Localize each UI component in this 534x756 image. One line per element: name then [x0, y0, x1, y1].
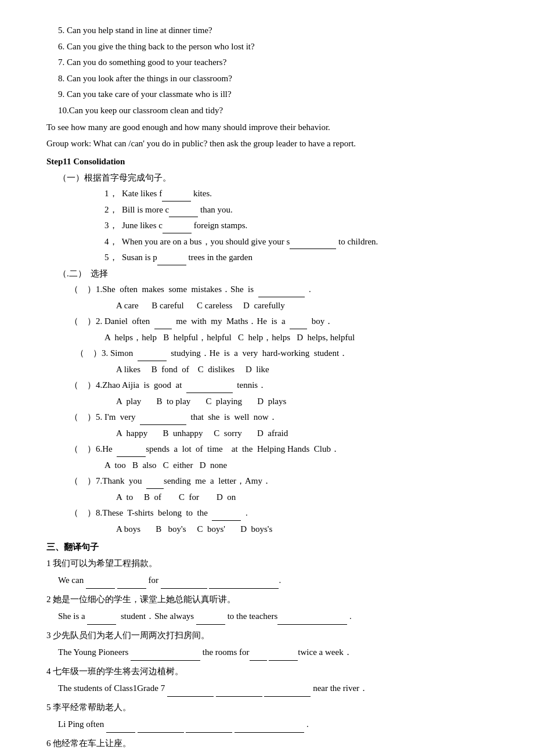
part1-item3: 3， June likes c foreign stamps.: [46, 218, 488, 233]
question-9: 9. Can you take care of your classmate w…: [46, 87, 488, 102]
mc-item-8-choices: A boys B boy's C boys' D boys's: [46, 522, 488, 537]
question-5: 5. Can you help stand in line at dinner …: [46, 23, 488, 38]
mc-item-2-stem: （ ）2. Daniel often me with my Maths．He i…: [46, 314, 488, 329]
mc-item-4-stem: （ ）4.Zhao Aijia is good at tennis．: [46, 378, 488, 393]
instruction-line1: To see how many are good enough and how …: [46, 120, 488, 135]
translation-4: 4 七年级一班的学生将去河边植树。 The students of Class1…: [46, 664, 488, 697]
part3-title: 三、翻译句子: [46, 540, 488, 555]
trans2-en: She is a student．She always to the teach…: [46, 608, 488, 625]
part2: （.二） 选择 （ ）1.She often makes some mistak…: [46, 267, 488, 537]
part1-item2: 2， Bill is more c than you.: [46, 203, 488, 218]
question-10: 10.Can you keep our classroom clean and …: [46, 103, 488, 118]
mc-item-7-choices: A to B of C for D on: [46, 490, 488, 505]
instruction-line2: Group work: What can /can' you do in pub…: [46, 136, 488, 152]
mc-item-5-choices: A happy B unhappy C sorry D afraid: [46, 426, 488, 441]
step11-title: Step11 Consolidation: [46, 154, 488, 170]
mc-item-1-stem: （ ）1.She often makes some mistakes．She i…: [46, 282, 488, 297]
translation-1: 1 我们可以为希望工程捐款。 We can for .: [46, 556, 488, 589]
trans5-zh: 5 李平经常帮助老人。: [46, 700, 488, 715]
mc-item-1-choices: A care B careful C careless D carefully: [46, 298, 488, 314]
trans2-zh: 2 她是一位细心的学生，课堂上她总能认真听讲。: [46, 592, 488, 607]
translation-2: 2 她是一位细心的学生，课堂上她总能认真听讲。 She is a student…: [46, 592, 488, 625]
translation-5: 5 李平经常帮助老人。 Li Ping often .: [46, 700, 488, 733]
mc-item-6-choices: A too B also C either D none: [46, 458, 488, 473]
mc-item-6-stem: （ ）6.He spends a lot of time at the Help…: [46, 442, 488, 457]
page-content: 5. Can you help stand in line at dinner …: [46, 23, 488, 756]
questions-section: 5. Can you help stand in line at dinner …: [46, 23, 488, 118]
part1-item4: 4， When you are on a bus，you should give…: [46, 235, 488, 250]
mc-item-3-stem: （ ）3. Simon studying．He is a very hard-w…: [46, 346, 488, 361]
question-7: 7. Can you do something good to your tea…: [46, 55, 488, 70]
part1: （一）根据首字母完成句子。 1， Kate likes f kites. 2， …: [46, 171, 488, 265]
trans1-en: We can for .: [46, 572, 488, 589]
trans3-zh: 3 少先队员们为老人们一周两次打扫房间。: [46, 628, 488, 643]
part1-item1: 1， Kate likes f kites.: [46, 186, 488, 201]
part1-item5: 5， Susan is p trees in the garden: [46, 250, 488, 265]
trans1-zh: 1 我们可以为希望工程捐款。: [46, 556, 488, 571]
translation-6: 6 他经常在车上让座。 He often someone on the bus．: [46, 736, 488, 757]
mc-item-8-stem: （ ）8.These T-shirts belong to the .: [46, 506, 488, 521]
question-8: 8. Can you look after the things in our …: [46, 71, 488, 87]
part2-header: （.二） 选择: [46, 267, 488, 282]
mc-item-2-choices: A helps，help B helpful，helpful C help，he…: [46, 330, 488, 345]
trans4-zh: 4 七年级一班的学生将去河边植树。: [46, 664, 488, 679]
mc-item-4-choices: A play B to play C playing D plays: [46, 394, 488, 409]
trans4-en: The students of Class1Grade 7 near the r…: [46, 680, 488, 697]
step11-section: Step11 Consolidation （一）根据首字母完成句子。 1， Ka…: [46, 154, 488, 537]
mc-item-3-choices: A likes B fond of C dislikes D like: [46, 362, 488, 377]
trans3-en: The Young Pioneers the rooms for twice a…: [46, 644, 488, 661]
part3-section: 三、翻译句子 1 我们可以为希望工程捐款。 We can for . 2 她是一…: [46, 540, 488, 756]
question-6: 6. Can you give the thing back to the pe…: [46, 39, 488, 55]
trans6-en: He often someone on the bus．: [46, 752, 488, 756]
trans5-en: Li Ping often .: [46, 716, 488, 733]
translation-3: 3 少先队员们为老人们一周两次打扫房间。 The Young Pioneers …: [46, 628, 488, 661]
mc-item-5-stem: （ ）5. I'm very that she is well now．: [46, 410, 488, 425]
mc-item-7-stem: （ ）7.Thank you sending me a letter，Amy．: [46, 474, 488, 489]
part1-header: （一）根据首字母完成句子。: [46, 171, 488, 186]
trans6-zh: 6 他经常在车上让座。: [46, 736, 488, 751]
instructions-section: To see how many are good enough and how …: [46, 120, 488, 151]
